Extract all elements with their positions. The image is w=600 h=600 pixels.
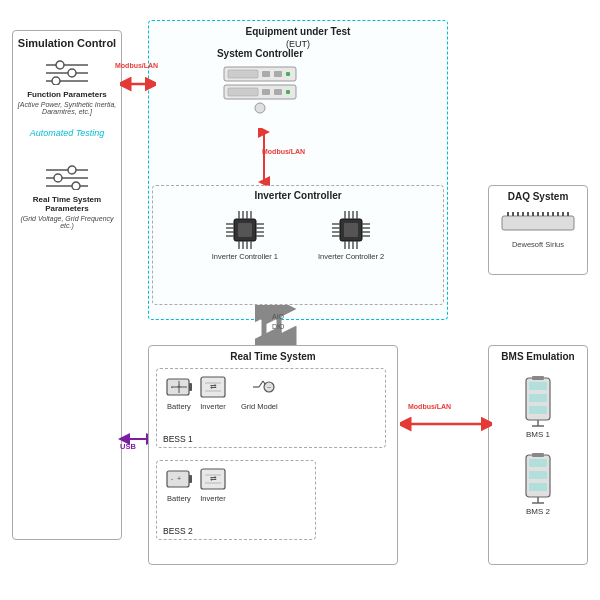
svg-rect-20: [262, 89, 270, 95]
modbus-lan-arrow-1: [120, 75, 156, 93]
modbus-lan-label-1: Modbus/LAN: [115, 62, 158, 69]
bess2-inverter-label: Inverter: [200, 494, 225, 503]
bess2-inverter: ⇄ Inverter: [199, 465, 227, 503]
bms2-area: BMS 2: [489, 453, 587, 516]
dio-label: DIO: [272, 323, 284, 330]
svg-rect-22: [286, 90, 290, 94]
svg-text:+: +: [177, 383, 181, 390]
svg-point-11: [72, 182, 80, 190]
grid-icon: ~: [243, 373, 275, 401]
svg-text:+: +: [177, 475, 181, 482]
func-params-detail: [Active Power, Synthetic Inertia, Daramt…: [13, 100, 121, 116]
svg-rect-17: [286, 72, 290, 76]
bess1-inverter: ⇄ Inverter: [199, 373, 227, 411]
modbus-lan-label-2: Modbus/LAN: [262, 148, 305, 155]
svg-rect-21: [274, 89, 282, 95]
inverter-icon-1: ⇄: [199, 373, 227, 401]
chip-icon-2: [330, 209, 372, 251]
modbus-lan-arrow-3: [400, 415, 492, 433]
svg-rect-103: [529, 382, 547, 390]
sys-ctrl-area: System Controller: [195, 48, 325, 117]
svg-rect-109: [532, 453, 544, 457]
bess1-battery: + - Battery: [165, 373, 193, 411]
inverter-icon-2: ⇄: [199, 465, 227, 493]
modbus-lan-arrow-2: [255, 128, 273, 186]
bms1-label: BMS 1: [489, 430, 587, 439]
daq-subtitle: Dewesoft Sirius: [489, 240, 587, 249]
slider-icon-2: [42, 162, 92, 190]
svg-rect-110: [529, 459, 547, 467]
bess1-label: BESS 1: [163, 434, 193, 444]
svg-rect-111: [529, 471, 547, 479]
svg-rect-94: [189, 475, 192, 483]
rts-params-label: Real Time System Parameters: [13, 194, 121, 214]
svg-rect-62: [502, 216, 574, 230]
slider-icon-1: [42, 57, 92, 85]
aio-label: AIO: [272, 313, 284, 320]
bess1-box: + - Battery ⇄ Inverter: [156, 368, 386, 448]
eut-title-line1: Equipment under Test: [149, 21, 447, 39]
svg-rect-14: [228, 70, 258, 78]
bms1-area: BMS 1: [489, 376, 587, 439]
svg-point-3: [68, 69, 76, 77]
inv-ctrl-2-label: Inverter Controller 2: [318, 252, 384, 261]
inv-ctrl-2: Inverter Controller 2: [318, 209, 384, 261]
chip-icon-1: [224, 209, 266, 251]
svg-rect-16: [274, 71, 282, 77]
bess2-battery: + - Battery: [165, 465, 193, 503]
svg-point-9: [54, 174, 62, 182]
server-icon: [220, 63, 300, 117]
rts-title: Real Time System: [149, 346, 397, 364]
bms1-icon: [520, 376, 556, 428]
svg-point-23: [255, 103, 265, 113]
svg-rect-105: [529, 406, 547, 414]
sys-ctrl-label: System Controller: [195, 48, 325, 59]
svg-rect-104: [529, 394, 547, 402]
bess1-battery-label: Battery: [167, 402, 191, 411]
svg-point-5: [52, 77, 60, 85]
bms2-label: BMS 2: [489, 507, 587, 516]
svg-rect-79: [189, 383, 192, 391]
func-params-label: Function Parameters: [13, 89, 121, 100]
inv-ctrl-title: Inverter Controller: [153, 186, 443, 205]
svg-point-7: [68, 166, 76, 174]
daq-title: DAQ System: [489, 186, 587, 204]
bms-title: BMS Emulation: [489, 346, 587, 364]
sim-control-title: Simulation Control: [13, 31, 121, 53]
svg-point-1: [56, 61, 64, 69]
svg-rect-102: [532, 376, 544, 380]
modbus-lan-label-3: Modbus/LAN: [408, 403, 451, 410]
sim-control-box: Simulation Control Function Parameters […: [12, 30, 122, 540]
inv-ctrl-1-label: Inverter Controller 1: [212, 252, 278, 261]
diagram: Simulation Control Function Parameters […: [0, 0, 600, 600]
svg-rect-112: [529, 483, 547, 491]
bess2-box: + - Battery ⇄ Inverter BESS 2: [156, 460, 316, 540]
automated-testing-label: Automated Testing: [13, 128, 121, 138]
svg-rect-45: [344, 223, 358, 237]
bms2-icon: [520, 453, 556, 505]
svg-line-89: [259, 381, 263, 387]
bess2-label: BESS 2: [163, 526, 193, 536]
bess2-battery-label: Battery: [167, 494, 191, 503]
svg-rect-15: [262, 71, 270, 77]
bess1-grid-label: Grid Model: [241, 402, 278, 411]
svg-rect-27: [238, 223, 252, 237]
battery-icon-1: + -: [165, 373, 193, 401]
inv-ctrl-box: Inverter Controller: [152, 185, 444, 305]
daq-icon: [498, 208, 578, 238]
rts-params-detail: (Grid Voltage, Grid Frequency etc.): [13, 214, 121, 230]
inv-ctrl-1: Inverter Controller 1: [212, 209, 278, 261]
bess1-grid: ~ Grid Model: [241, 373, 278, 411]
battery-icon-2: + -: [165, 465, 193, 493]
usb-label: USB: [120, 442, 136, 451]
daq-box: DAQ System Dewesoft Sirius: [488, 185, 588, 275]
bess1-inverter-label: Inverter: [200, 402, 225, 411]
svg-rect-19: [228, 88, 258, 96]
svg-text:~: ~: [267, 384, 271, 391]
bms-box: BMS Emulation BMS 1: [488, 345, 588, 565]
